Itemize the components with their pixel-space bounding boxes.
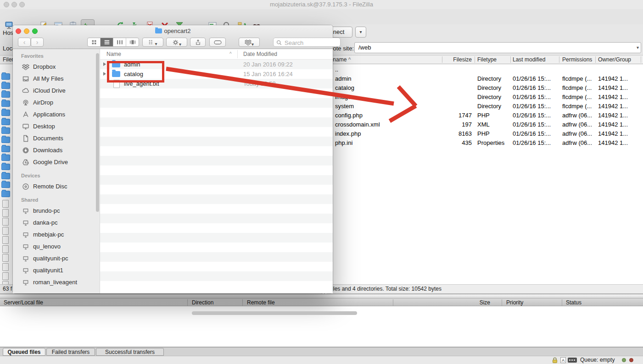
sidebar-item[interactable]: All My Files xyxy=(13,73,100,85)
name-column-header[interactable]: Name xyxy=(106,49,121,59)
forward-button[interactable]: › xyxy=(31,38,44,47)
coverflow-view-button[interactable] xyxy=(126,38,139,46)
dropbox-menu-button[interactable]: ▾ xyxy=(239,38,260,47)
tab-queued-files[interactable]: Queued files xyxy=(3,348,45,356)
sidebar-item[interactable]: Downloads xyxy=(13,144,100,156)
sidebar-item[interactable]: qualityunit-pc xyxy=(13,253,100,265)
remote-file-row[interactable]: config.php 1747 PHP 01/26/16 15:... adfr… xyxy=(327,111,643,120)
remote-site-combo[interactable]: /web ▾ xyxy=(354,42,641,53)
sidebar-item[interactable]: roman_liveagent xyxy=(13,276,100,288)
remote-file-list[interactable]: .. admin Directory 01/26/16 15:... flcdm… xyxy=(327,64,643,284)
tab-failed-transfers[interactable]: Failed transfers xyxy=(46,348,95,356)
remote-file-permissions: adfrw (06... xyxy=(562,129,592,138)
horizontal-splitter[interactable] xyxy=(0,294,643,298)
remote-file-name: config.php xyxy=(335,111,363,120)
remote-path: /web xyxy=(358,43,371,53)
local-folder-icon xyxy=(1,73,10,80)
quickconnect-dropdown[interactable]: ▾ xyxy=(355,27,366,38)
tab-successful-transfers[interactable]: Successful transfers xyxy=(96,348,164,356)
sidebar-item-icon xyxy=(22,231,29,238)
local-folder-icon xyxy=(1,119,10,125)
remote-file-row[interactable]: crossdomain.xml 197 XML 01/26/16 15:... … xyxy=(327,120,643,129)
list-view-button[interactable] xyxy=(101,38,113,46)
remote-file-row[interactable]: php.ini 435 Properties 01/26/16 15:... a… xyxy=(327,138,643,148)
sidebar-item[interactable]: Documents xyxy=(13,132,100,144)
share-button[interactable] xyxy=(190,38,206,47)
sidebar-item[interactable]: Desktop xyxy=(13,121,100,132)
horizontal-scrollbar[interactable] xyxy=(192,311,357,315)
remote-file-permissions: flcdmpe (... xyxy=(562,102,592,111)
remote-file-owner: 141942 1... xyxy=(598,93,628,102)
sidebar-item[interactable]: brundo-pc xyxy=(13,205,100,217)
remote-file-owner: 141942 1... xyxy=(598,111,628,120)
remote-file-row[interactable]: index.php 8163 PHP 01/26/16 15:... adfrw… xyxy=(327,129,643,138)
sidebar-item[interactable]: Remote Disc xyxy=(13,181,100,193)
queue-col-remotefile[interactable]: Remote file xyxy=(247,298,275,307)
local-file-icon xyxy=(2,218,9,226)
remote-file-owner: 141942 1... xyxy=(598,120,628,129)
remote-file-row[interactable]: .. xyxy=(327,65,643,74)
search-field[interactable] xyxy=(273,38,341,47)
lock-icon xyxy=(552,357,558,364)
back-button[interactable]: ‹ xyxy=(18,38,31,47)
disclosure-triangle-icon[interactable] xyxy=(103,62,106,66)
disclosure-triangle-icon[interactable] xyxy=(103,72,106,76)
remote-file-size: 197 xyxy=(437,120,472,129)
sidebar-item[interactable]: qu_lenovo xyxy=(13,241,100,253)
queue-col-status[interactable]: Status xyxy=(566,298,581,307)
remote-file-row[interactable]: image Directory 01/26/16 15:... flcdmpe … xyxy=(327,93,643,102)
icon-view-button[interactable] xyxy=(88,38,101,46)
date-modified-column-header[interactable]: Date Modified xyxy=(243,49,277,59)
remote-file-name: .. xyxy=(335,65,338,74)
remote-file-owner: 141942 1... xyxy=(598,102,628,111)
queue-col-direction[interactable]: Direction xyxy=(192,298,213,307)
sidebar-item[interactable]: mbebjak-pc xyxy=(13,229,100,241)
sidebar-item-icon xyxy=(22,87,29,94)
sidebar-item[interactable]: Applications xyxy=(13,109,100,121)
sidebar-item[interactable]: danka-pc xyxy=(13,217,100,229)
remote-filetype-column[interactable]: Filetype xyxy=(477,55,497,64)
queue-col-serverlocal[interactable]: Server/Local file xyxy=(4,298,43,307)
local-folder-icon xyxy=(1,91,10,98)
remote-file-row[interactable]: catalog Directory 01/26/16 15:... flcdmp… xyxy=(327,83,643,93)
tag-button[interactable] xyxy=(209,38,226,47)
column-view-button[interactable] xyxy=(113,38,126,46)
sidebar-item[interactable]: iCloud Drive xyxy=(13,85,100,97)
queue-tabs: Queued files Failed transfers Successful… xyxy=(0,347,643,356)
window-title: mojabizuteria.sk@37.9.175.3 - FileZilla xyxy=(0,0,643,9)
arrange-button[interactable]: ▾ xyxy=(142,38,163,47)
shared-items: brundo-pc danka-pc mbebjak-pc qu xyxy=(13,205,100,288)
remote-file-row[interactable]: admin Directory 01/26/16 15:... flcdmpe … xyxy=(327,74,643,83)
remote-list-header: Filename ^ Filesize Filetype Last modifi… xyxy=(327,55,643,64)
local-folder-icon xyxy=(1,100,10,107)
tag-icon xyxy=(213,39,222,46)
queue-col-size[interactable]: Size xyxy=(459,298,490,307)
sidebar-scrollbar[interactable] xyxy=(96,53,99,212)
sidebar-item[interactable]: AirDrop xyxy=(13,97,100,109)
devices-items: Remote Disc xyxy=(13,181,100,193)
sidebar-item-icon xyxy=(22,219,29,226)
sidebar-item[interactable]: Google Drive xyxy=(13,156,100,168)
queue-col-priority[interactable]: Priority xyxy=(506,298,523,307)
remote-ownergroup-column[interactable]: Owner/Group xyxy=(598,55,631,64)
action-menu-button[interactable]: ▾ xyxy=(166,38,187,47)
remote-permissions-column[interactable]: Permissions xyxy=(562,55,592,64)
filezilla-titlebar[interactable]: mojabizuteria.sk@37.9.175.3 - FileZilla xyxy=(0,0,643,9)
sidebar-item[interactable]: qualityunit1 xyxy=(13,265,100,276)
remote-file-row[interactable]: system Directory 01/26/16 15:... flcdmpe… xyxy=(327,102,643,111)
remote-filesize-column[interactable]: Filesize xyxy=(439,55,472,64)
search-input[interactable] xyxy=(284,39,340,47)
local-file-icon xyxy=(2,200,9,208)
local-folder-icon xyxy=(1,182,10,188)
remote-lastmodified-column[interactable]: Last modified xyxy=(513,55,545,64)
finder-titlebar[interactable]: opencart2 ‹ › ▾ ▾ ▾ xyxy=(13,25,333,49)
sidebar-item-icon xyxy=(22,123,29,130)
remote-file-permissions: adfrw (06... xyxy=(562,138,592,148)
sidebar-item-label: brundo-pc xyxy=(33,205,60,217)
gear-icon xyxy=(172,39,179,46)
sidebar-item[interactable]: Dropbox xyxy=(13,61,100,73)
sidebar-item-icon xyxy=(22,147,29,154)
local-file-icon xyxy=(2,254,9,262)
local-folder-icon xyxy=(1,154,10,161)
finder-title: opencart2 xyxy=(13,28,333,35)
